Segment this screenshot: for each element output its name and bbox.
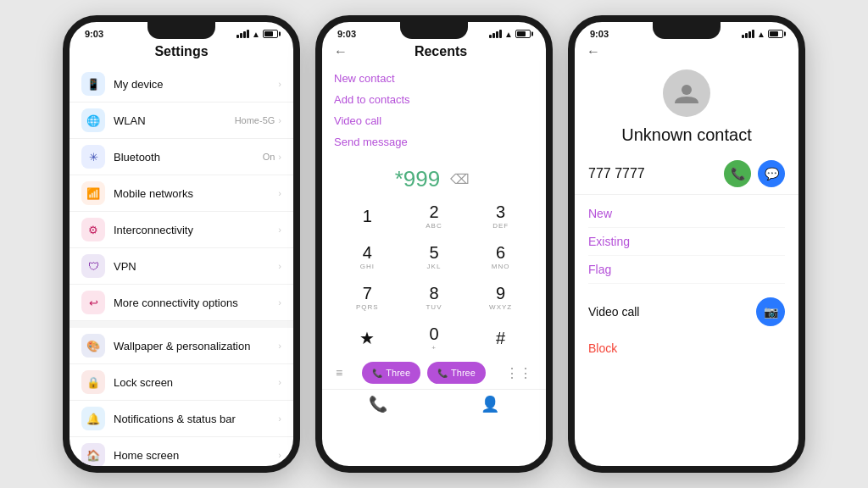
dialer-display: *999 ⌫ (322, 159, 546, 197)
settings-list: 📱 My device › 🌐 WLAN Home-5G › (70, 66, 293, 466)
send-message-option[interactable]: Send message (334, 131, 534, 152)
notifications-icon: 🔔 (81, 407, 105, 430)
wifi-icon-1: ▲ (252, 30, 260, 39)
back-button[interactable]: ← (334, 44, 348, 59)
chevron-icon: › (278, 377, 281, 387)
chevron-icon: › (278, 188, 281, 198)
backspace-button[interactable]: ⌫ (447, 168, 473, 191)
new-option[interactable]: New (588, 200, 785, 228)
signal-icon-2 (489, 30, 502, 38)
contact-options: New Existing Flag (575, 195, 798, 289)
phone-icon: 📞 (372, 369, 382, 378)
mobile-networks-label: Mobile networks (114, 187, 275, 200)
wlan-text: WLAN (114, 114, 235, 127)
dial-key-4[interactable]: 4GHI (336, 238, 399, 275)
call-button-group: 📞 Three 📞 Three (362, 362, 486, 384)
settings-item-more-connectivity[interactable]: ↩ More connectivity options › (70, 285, 293, 321)
wlan-sub: Home-5G (235, 115, 275, 125)
contact-back-button[interactable]: ← (587, 44, 600, 59)
interconnectivity-icon: ⚙ (81, 218, 105, 241)
chevron-icon: › (278, 225, 281, 235)
video-call-button[interactable]: 📷 (756, 297, 785, 326)
wifi-icon-2: ▲ (504, 30, 513, 39)
dialer-screen: ← Recents New contact Add to contacts Vi… (322, 41, 546, 466)
dial-key-hash[interactable]: # (469, 319, 532, 357)
add-to-contacts-option[interactable]: Add to contacts (334, 89, 534, 110)
dial-key-8[interactable]: 8TUV (403, 279, 466, 316)
dial-key-2[interactable]: 2ABC (403, 197, 466, 235)
recents-header: ← Recents (322, 41, 546, 64)
video-icon: 📷 (764, 305, 778, 319)
dial-key-6[interactable]: 6MNO (469, 238, 532, 275)
flag-option[interactable]: Flag (588, 256, 785, 284)
recents-title: Recents (348, 44, 534, 59)
call-button-three-1[interactable]: 📞 Three (362, 362, 420, 384)
status-icons-1: ▲ (236, 30, 278, 39)
block-option[interactable]: Block (575, 335, 798, 362)
dial-key-1[interactable]: 1 (336, 197, 399, 235)
grid-button[interactable]: ⋮⋮ (505, 365, 532, 381)
new-contact-option[interactable]: New contact (334, 68, 534, 89)
call-icon: 📞 (731, 167, 745, 180)
chevron-icon: › (278, 152, 281, 162)
nav-phone-icon[interactable]: 📞 (369, 395, 387, 413)
avatar-icon (673, 80, 700, 107)
phone-settings: 9:03 ▲ Settings 📱 My device › (63, 15, 300, 473)
wifi-icon-3: ▲ (757, 30, 765, 39)
my-device-icon: 📱 (81, 72, 105, 96)
time-3: 9:03 (590, 29, 609, 39)
status-bar-3: 9:03 ▲ (575, 22, 798, 41)
phone-contact: 9:03 ▲ ← Unknown contact 777 7777 (568, 15, 805, 473)
wlan-label: WLAN (114, 114, 235, 127)
status-icons-2: ▲ (489, 30, 531, 39)
signal-icon-1 (236, 30, 249, 38)
dial-key-5[interactable]: 5JKL (403, 238, 466, 275)
chevron-icon: › (278, 261, 281, 271)
settings-item-mobile-networks[interactable]: 📶 Mobile networks › (70, 175, 293, 212)
home-screen-label: Home screen (114, 449, 275, 462)
dial-key-3[interactable]: 3DEF (469, 197, 532, 235)
bluetooth-icon: ✳ (81, 145, 105, 169)
dial-key-0[interactable]: 0+ (403, 319, 466, 357)
settings-item-bluetooth[interactable]: ✳ Bluetooth On › (70, 139, 293, 175)
lock-screen-icon: 🔒 (81, 370, 105, 394)
call-button-three-2[interactable]: 📞 Three (427, 362, 486, 384)
dial-key-7[interactable]: 7PQRS (336, 279, 399, 316)
settings-screen: Settings 📱 My device › 🌐 WLAN (70, 41, 293, 466)
contact-video-row: Video call 📷 (575, 289, 798, 335)
dial-key-9[interactable]: 9WXYZ (469, 279, 532, 316)
status-bar-2: 9:03 ▲ (322, 22, 546, 41)
status-icons-3: ▲ (742, 30, 783, 39)
vpn-icon: 🛡 (81, 254, 105, 278)
time-1: 9:03 (85, 29, 103, 39)
contact-number: 777 7777 (588, 166, 724, 181)
existing-option[interactable]: Existing (588, 228, 785, 256)
settings-item-home-screen[interactable]: 🏠 Home screen › (70, 437, 293, 466)
svg-point-0 (682, 85, 692, 95)
lock-screen-label: Lock screen (114, 376, 275, 389)
settings-item-wlan[interactable]: 🌐 WLAN Home-5G › (70, 103, 293, 139)
dialer-nav: 📞 👤 (322, 389, 546, 417)
settings-title: Settings (70, 41, 293, 66)
battery-icon-2 (515, 30, 531, 38)
message-action-button[interactable]: 💬 (758, 160, 785, 187)
status-bar-1: 9:03 ▲ (70, 22, 293, 41)
menu-button[interactable]: ≡ (336, 366, 342, 380)
call-btn-label-2: Three (451, 368, 476, 378)
settings-item-interconnectivity[interactable]: ⚙ Interconnectivity › (70, 212, 293, 248)
lock-screen-text: Lock screen (114, 376, 275, 389)
nav-recents-icon[interactable]: 👤 (481, 395, 499, 413)
settings-item-my-device[interactable]: 📱 My device › (70, 66, 293, 103)
video-call-option[interactable]: Video call (334, 110, 534, 131)
settings-item-lock-screen[interactable]: 🔒 Lock screen › (70, 364, 293, 401)
dial-key-star[interactable]: ★ (336, 319, 399, 357)
contact-number-row: 777 7777 📞 💬 (575, 153, 798, 195)
settings-item-notifications[interactable]: 🔔 Notifications & status bar › (70, 401, 293, 437)
wallpaper-label: Wallpaper & personalization (114, 340, 275, 352)
settings-item-vpn[interactable]: 🛡 VPN › (70, 248, 293, 285)
video-call-label: Video call (588, 305, 756, 319)
settings-item-wallpaper[interactable]: 🎨 Wallpaper & personalization › (70, 328, 293, 364)
chevron-icon: › (278, 413, 281, 424)
interconnectivity-label: Interconnectivity (114, 224, 275, 236)
call-action-button[interactable]: 📞 (724, 160, 751, 187)
